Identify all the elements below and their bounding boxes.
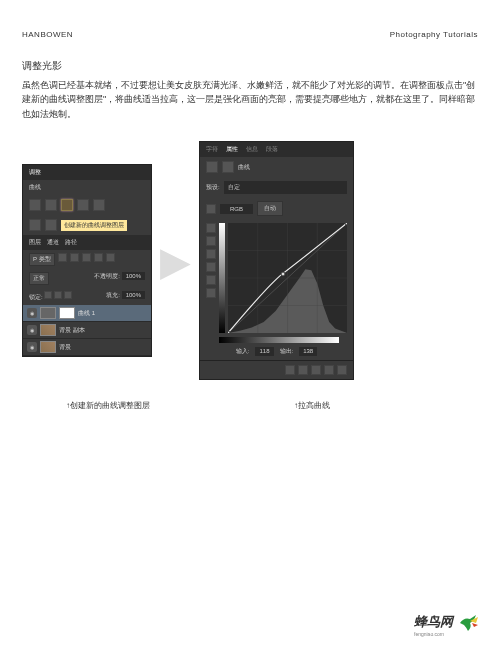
exposure-icon[interactable] — [77, 199, 89, 211]
filter-icon[interactable] — [58, 253, 67, 262]
tab-properties[interactable]: 属性 — [226, 145, 238, 154]
curves-icon[interactable] — [61, 199, 73, 211]
fill-label: 填充: — [106, 292, 120, 298]
type-label: 曲线 — [238, 163, 250, 172]
preset-row: 预设: 自定 — [200, 177, 353, 198]
tab-channels[interactable]: 通道 — [47, 238, 59, 247]
adjustments-panel: 调整 曲线 创建新的曲线调整图层 图层 通道 路径 P 类型 — [22, 164, 152, 357]
filter-icon-2[interactable] — [70, 253, 79, 262]
preset-label: 预设: — [206, 183, 220, 192]
input-output-row: 输入: 118 输出: 138 — [200, 343, 353, 360]
layer-kind-row: P 类型 — [23, 250, 151, 269]
hue-icon[interactable] — [29, 219, 41, 231]
lock-all-icon[interactable] — [64, 291, 72, 299]
tab-info[interactable]: 信息 — [246, 145, 258, 154]
channel-row: RGB 自动 — [200, 198, 353, 219]
layer-row[interactable]: ◉ 背景 副本 — [23, 322, 151, 339]
hummingbird-icon — [456, 611, 480, 639]
panel-title-label: 调整 — [29, 168, 41, 177]
visibility-toggle-icon[interactable] — [324, 365, 334, 375]
brand-left: HANBOWEN — [22, 30, 73, 39]
delete-icon[interactable] — [337, 365, 347, 375]
curve-point-black[interactable] — [228, 331, 231, 334]
visibility-icon[interactable]: ◉ — [27, 342, 37, 352]
levels-icon[interactable] — [45, 199, 57, 211]
curve-canvas[interactable] — [228, 223, 347, 333]
white-picker-icon[interactable] — [206, 288, 216, 298]
pencil-tool-icon[interactable] — [206, 236, 216, 246]
layer-name: 背景 — [59, 343, 71, 352]
image-thumb — [40, 324, 56, 336]
output-label: 输出: — [280, 347, 294, 356]
opacity-label: 不透明度: — [94, 273, 120, 279]
adjustment-thumb — [40, 307, 56, 319]
preset-select[interactable]: 自定 — [224, 181, 347, 194]
output-value[interactable]: 138 — [299, 347, 317, 356]
site-logo: 蜂鸟网 fengniao.com — [414, 611, 480, 639]
panel-right-tabs: 字符 属性 信息 段落 — [200, 142, 353, 157]
fill-wrap: 填充: 100% — [106, 291, 145, 302]
curve-point-white[interactable] — [345, 223, 348, 226]
adjustment-icons-row2: 创建新的曲线调整图层 — [23, 215, 151, 235]
logo-text: 蜂鸟网 — [414, 613, 453, 631]
tab-character[interactable]: 字符 — [206, 145, 218, 154]
tab-paths[interactable]: 路径 — [65, 238, 77, 247]
point-tool-icon[interactable] — [206, 223, 216, 233]
tab-layers[interactable]: 图层 — [29, 238, 41, 247]
panel-left-title: 调整 — [23, 165, 151, 180]
clip-icon[interactable] — [285, 365, 295, 375]
lock-row: 锁定: 填充: 100% — [23, 288, 151, 305]
black-picker-icon[interactable] — [206, 262, 216, 272]
input-label: 输入: — [236, 347, 250, 356]
page-header: HANBOWEN Photography Tutorials — [22, 30, 478, 39]
layer-name: 曲线 1 — [78, 309, 95, 318]
curve-area — [200, 219, 353, 337]
layer-row[interactable]: ◉ 背景 — [23, 339, 151, 356]
lock-pixels-icon[interactable] — [44, 291, 52, 299]
curves-type-icon — [206, 161, 218, 173]
visibility-icon[interactable]: ◉ — [27, 325, 37, 335]
layer-list: ◉ 曲线 1 ◉ 背景 副本 ◉ 背景 — [23, 305, 151, 356]
adjustment-icons-row1 — [23, 195, 151, 215]
blend-row: 正常 不透明度: 100% — [23, 269, 151, 288]
filter-icon-3[interactable] — [82, 253, 91, 262]
captions: ↑创建新的曲线调整图层 ↑拉高曲线 — [22, 400, 478, 411]
tab-paragraph[interactable]: 段落 — [266, 145, 278, 154]
vibrance-icon[interactable] — [93, 199, 105, 211]
channel-select[interactable]: RGB — [220, 204, 253, 214]
brand-right: Photography Tutorials — [390, 30, 478, 39]
curve-point-mid[interactable] — [280, 271, 285, 276]
brightness-icon[interactable] — [29, 199, 41, 211]
curve-tools — [206, 223, 216, 333]
curve-line — [228, 223, 347, 333]
caption-right: ↑拉高曲线 — [294, 400, 434, 411]
gray-picker-icon[interactable] — [206, 275, 216, 285]
vertical-gradient — [219, 223, 225, 333]
smooth-tool-icon[interactable] — [206, 249, 216, 259]
filter-icon-5[interactable] — [106, 253, 115, 262]
filter-icon-4[interactable] — [94, 253, 103, 262]
kind-label[interactable]: P 类型 — [29, 253, 55, 266]
target-icon[interactable] — [206, 204, 216, 214]
opacity-wrap: 不透明度: 100% — [94, 272, 145, 285]
logo-subtext: fengniao.com — [414, 631, 453, 637]
view-prev-icon[interactable] — [298, 365, 308, 375]
mask-type-icon — [222, 161, 234, 173]
auto-button[interactable]: 自动 — [257, 201, 283, 216]
image-thumb — [40, 341, 56, 353]
lock-position-icon[interactable] — [54, 291, 62, 299]
blend-mode[interactable]: 正常 — [29, 272, 49, 285]
curves-tooltip: 创建新的曲线调整图层 — [61, 220, 127, 231]
reset-icon[interactable] — [311, 365, 321, 375]
section-title: 调整光影 — [22, 59, 478, 73]
opacity-value[interactable]: 100% — [122, 272, 145, 280]
visibility-icon[interactable]: ◉ — [27, 308, 37, 318]
properties-panel: 字符 属性 信息 段落 曲线 预设: 自定 RGB 自动 — [199, 141, 354, 380]
bw-icon[interactable] — [45, 219, 57, 231]
mask-thumb — [59, 307, 75, 319]
layers-tabs: 图层 通道 路径 — [23, 235, 151, 250]
input-value[interactable]: 118 — [255, 347, 273, 356]
fill-value[interactable]: 100% — [122, 291, 145, 299]
caption-left: ↑创建新的曲线调整图层 — [66, 400, 206, 411]
layer-row[interactable]: ◉ 曲线 1 — [23, 305, 151, 322]
